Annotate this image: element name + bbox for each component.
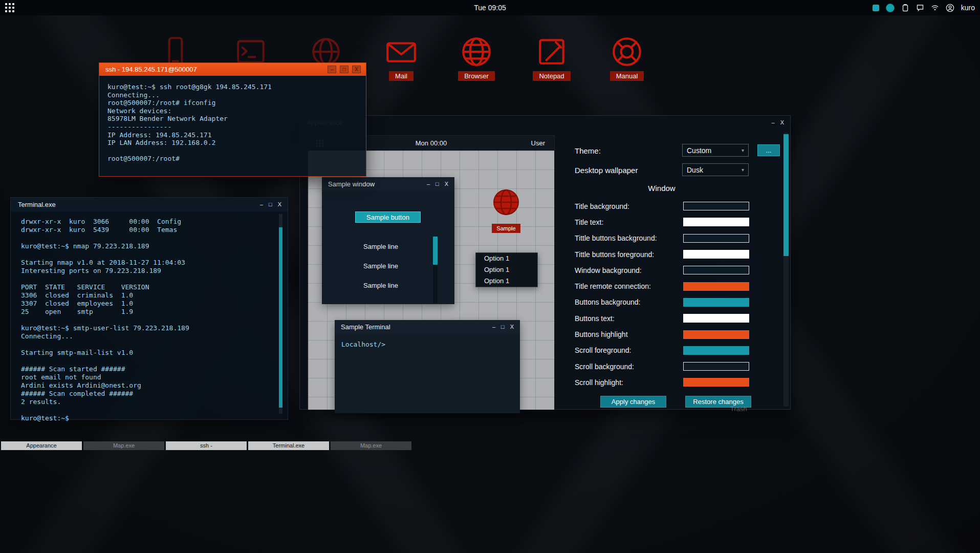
color-setting-row: Title remote connection:	[575, 278, 749, 294]
desktop-icon-mail[interactable]: Mail	[373, 35, 429, 81]
minimize-button[interactable]: –	[328, 66, 336, 73]
sample-options-menu: Option 1 Option 1 Option 1	[475, 252, 538, 287]
wallpaper-value: Dusk	[687, 166, 703, 174]
minimize-button[interactable]: –	[772, 120, 775, 125]
trash-label[interactable]: Trash	[730, 405, 747, 413]
icon-label: Manual	[610, 71, 644, 81]
taskbar-item-appearance[interactable]: Appearance	[1, 441, 82, 450]
apps-menu-icon[interactable]	[5, 3, 14, 12]
maximize-button[interactable]: □	[340, 66, 349, 73]
color-setting-row: Scroll foreground:	[575, 343, 749, 358]
terminal-scrollbar[interactable]	[279, 214, 282, 414]
color-swatch[interactable]	[683, 202, 749, 210]
ssh-body: kuro@test:~$ ssh root@g8gk 194.85.245.17…	[99, 76, 366, 176]
wifi-icon[interactable]	[931, 4, 939, 12]
preview-clock: Mon 00:00	[416, 139, 447, 147]
color-setting-row: Tittle buttons background:	[575, 230, 749, 246]
desktop-icon-manual[interactable]: Manual	[599, 35, 655, 81]
color-swatch[interactable]	[683, 218, 749, 226]
scrollbar-thumb[interactable]	[279, 227, 282, 408]
color-swatch[interactable]	[683, 330, 749, 339]
color-swatch[interactable]	[683, 378, 749, 387]
scrollbar-thumb[interactable]	[783, 134, 789, 256]
username-label[interactable]: kuro	[961, 4, 975, 12]
maximize-button[interactable]: □	[269, 202, 272, 207]
color-setting-row: Title background:	[575, 198, 749, 214]
appearance-titlebar[interactable]: Appearance – X	[300, 116, 790, 129]
taskbar-item-terminal[interactable]: Terminal.exe	[248, 441, 329, 450]
menu-item: Option 1	[476, 264, 537, 275]
terminal-output[interactable]: drwxr-xr-x kuro 3066 00:00 Config drwxr-…	[11, 211, 288, 422]
theme-value: Custom	[687, 146, 711, 155]
color-swatch[interactable]	[683, 346, 749, 355]
theme-browse-button[interactable]: ...	[757, 144, 780, 156]
color-setting-row: Scroll highlight:	[575, 374, 749, 390]
desktop: Tue 09:05 kuro	[0, 0, 980, 553]
sample-terminal-window: Sample Terminal – □ X Localhost/>	[335, 320, 520, 413]
window-title: Appearance	[307, 119, 772, 126]
network-globe-icon[interactable]	[886, 4, 895, 12]
wallpaper-dropdown[interactable]: Dusk ▾	[682, 163, 749, 176]
window-title: ssh - 194.85.245.171@500007	[105, 66, 328, 73]
sample-window-titlebar: Sample window – □ X	[322, 177, 454, 190]
appearance-scrollbar[interactable]	[783, 133, 789, 407]
close-button[interactable]: X	[278, 202, 281, 207]
sample-window: Sample window – □ X Sample button Sample…	[322, 177, 454, 304]
window-title: Terminal.exe	[18, 201, 260, 208]
user-icon[interactable]	[946, 4, 954, 12]
ssh-window: ssh - 194.85.245.171@500007 – □ X kuro@t…	[99, 62, 366, 177]
menu-item: Option 1	[476, 275, 537, 287]
color-setting-row: Window background:	[575, 262, 749, 278]
color-swatch[interactable]	[683, 298, 749, 307]
sample-button: Sample button	[355, 211, 421, 223]
color-setting-row: Buttons background:	[575, 294, 749, 310]
window-controls: – □ X	[328, 66, 361, 73]
desktop-icon-browser[interactable]: Browser	[448, 35, 505, 81]
sample-terminal-titlebar: Sample Terminal – □ X	[335, 320, 520, 333]
chat-icon[interactable]	[916, 4, 924, 12]
taskbar-item-map2[interactable]: Map.exe	[331, 441, 411, 450]
ssh-titlebar[interactable]: ssh - 194.85.245.171@500007 – □ X	[99, 63, 366, 76]
desktop-icon-notepad[interactable]: Notepad	[524, 35, 580, 81]
color-swatch[interactable]	[683, 282, 749, 291]
icon-label: Notepad	[533, 71, 570, 81]
color-swatch[interactable]	[683, 250, 749, 259]
minimize-button[interactable]: –	[260, 202, 263, 207]
close-button: X	[510, 324, 514, 330]
status-square-icon[interactable]	[873, 5, 879, 11]
color-swatch[interactable]	[683, 362, 749, 371]
topbar-clock: Tue 09:05	[474, 4, 506, 12]
window-controls: – X	[772, 120, 784, 125]
color-setting-row: Tittle buttons foreground:	[575, 246, 749, 262]
icon-label: Browser	[458, 71, 495, 81]
color-swatch[interactable]	[683, 314, 749, 323]
chevron-down-icon: ▾	[742, 167, 744, 173]
apply-changes-button[interactable]: Apply changes	[600, 396, 666, 408]
color-swatch[interactable]	[683, 234, 749, 243]
theme-dropdown[interactable]: Custom ▾	[682, 144, 749, 157]
close-button[interactable]: X	[780, 120, 784, 125]
taskbar: Appearance Map.exe ssh - Terminal.exe Ma…	[1, 441, 411, 450]
close-button[interactable]: X	[352, 66, 361, 73]
taskbar-item-map[interactable]: Map.exe	[83, 441, 164, 450]
taskbar-item-ssh[interactable]: ssh -	[166, 441, 247, 450]
terminal-output[interactable]: kuro@test:~$ ssh root@g8gk 194.85.245.17…	[99, 76, 366, 163]
window-controls: – □ X	[492, 324, 514, 330]
notepad-icon	[535, 35, 569, 69]
globe-icon	[492, 188, 520, 216]
color-swatch[interactable]	[683, 266, 749, 274]
minimize-button: –	[492, 324, 495, 330]
close-button: X	[445, 181, 448, 187]
browser-icon	[460, 35, 493, 69]
color-setting-row: Scroll background:	[575, 358, 749, 374]
theme-label: Theme:	[575, 146, 601, 155]
sample-line: Sample line	[330, 243, 432, 250]
clipboard-icon[interactable]	[901, 4, 909, 12]
topbar: Tue 09:05 kuro	[0, 0, 980, 15]
appearance-window: Appearance – X Mon 00:00 User Sample win…	[299, 115, 791, 410]
manual-icon	[610, 35, 644, 69]
terminal-titlebar[interactable]: Terminal.exe – □ X	[11, 198, 288, 211]
preview-user-label: User	[531, 139, 545, 147]
window-section-title: Window	[575, 184, 749, 193]
maximize-button: □	[501, 324, 505, 330]
